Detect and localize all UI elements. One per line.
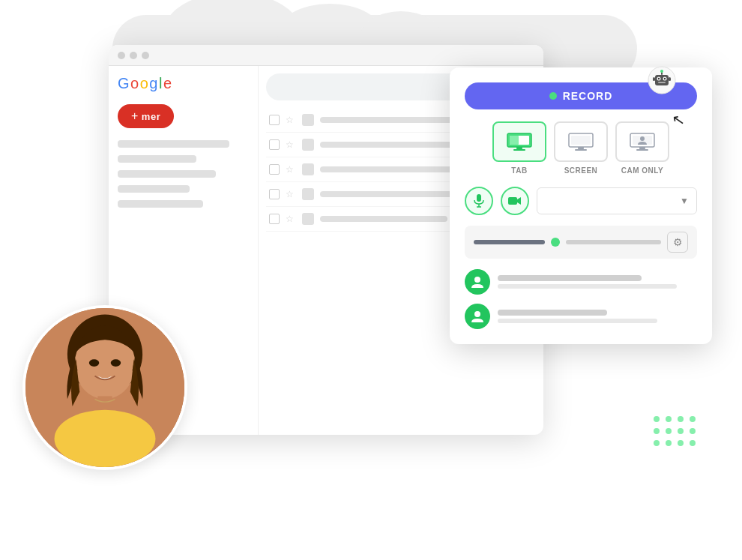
- camera-icon: [508, 196, 522, 206]
- dot-2: [666, 416, 672, 422]
- dot-8: [690, 428, 696, 434]
- google-logo: Google: [118, 75, 249, 92]
- email-star[interactable]: ☆: [286, 214, 296, 224]
- dot-6: [666, 428, 672, 434]
- svg-rect-7: [578, 147, 584, 149]
- svg-point-35: [111, 359, 121, 367]
- screen-label: SCREEN: [564, 166, 598, 175]
- svg-rect-29: [653, 77, 655, 81]
- tab-item-1[interactable]: [474, 240, 545, 244]
- tab-item-2[interactable]: [566, 240, 661, 244]
- email-icon: [302, 163, 314, 175]
- dot-3: [678, 416, 684, 422]
- dots-grid: [654, 416, 697, 448]
- email-checkbox[interactable]: [269, 214, 280, 224]
- email-star[interactable]: ☆: [286, 139, 296, 150]
- svg-rect-13: [636, 149, 648, 151]
- user-email-line-2: [498, 319, 657, 323]
- svg-point-25: [664, 78, 666, 79]
- user-info-2: [498, 310, 697, 323]
- dots-decoration: [654, 416, 697, 448]
- svg-rect-14: [477, 194, 481, 202]
- email-checkbox[interactable]: [269, 139, 280, 150]
- svg-point-18: [474, 277, 480, 283]
- browser-dot-2: [130, 52, 137, 59]
- svg-point-24: [658, 78, 660, 79]
- email-checkbox[interactable]: [269, 115, 280, 125]
- cam-only-icon: [629, 132, 656, 151]
- gear-button[interactable]: ⚙: [667, 232, 688, 253]
- svg-point-37: [55, 410, 156, 467]
- mode-cam-only[interactable]: CAM ONLY: [615, 121, 669, 175]
- google-g: G: [118, 75, 129, 92]
- cam-only-icon-box: [615, 121, 669, 162]
- cam-only-label: CAM ONLY: [621, 166, 663, 175]
- user-row-1: [465, 269, 697, 295]
- email-checkbox[interactable]: [269, 164, 280, 175]
- dot-1: [654, 416, 660, 422]
- user-list: [465, 269, 697, 329]
- mode-screen[interactable]: SCREEN: [554, 121, 608, 175]
- tab-label: TAB: [511, 166, 527, 175]
- av-controls: ▼: [465, 187, 697, 215]
- record-indicator: [549, 92, 557, 100]
- mode-options: TAB SCREEN: [465, 121, 697, 175]
- dot-12: [690, 440, 696, 446]
- email-icon: [302, 213, 314, 225]
- loom-robot-icon: [648, 66, 676, 97]
- email-icon: [302, 139, 314, 151]
- svg-point-34: [89, 359, 99, 367]
- microphone-button[interactable]: [465, 187, 493, 215]
- dot-5: [654, 428, 660, 434]
- svg-point-28: [660, 70, 663, 73]
- user-name-line-2: [498, 310, 607, 316]
- nav-item-3: [118, 170, 216, 178]
- microphone-icon: [473, 194, 485, 208]
- device-dropdown[interactable]: ▼: [537, 187, 697, 214]
- browser-dot-1: [118, 52, 125, 59]
- nav-item-5: [118, 200, 203, 208]
- nav-item-2: [118, 155, 196, 163]
- svg-rect-8: [575, 149, 587, 151]
- svg-point-19: [474, 311, 480, 317]
- email-icon: [302, 114, 314, 126]
- tab-dot: [551, 238, 560, 247]
- browser-titlebar: [109, 45, 543, 66]
- screen-icon: [567, 132, 594, 151]
- mode-tab[interactable]: TAB: [492, 121, 546, 175]
- nav-item-1: [118, 140, 229, 148]
- loom-logo: [648, 66, 676, 94]
- user-avatar-2: [465, 304, 490, 329]
- svg-rect-26: [658, 82, 666, 83]
- person-avatar: [22, 305, 187, 470]
- camera-button[interactable]: [501, 187, 529, 215]
- person-icon-2: [470, 309, 485, 324]
- svg-rect-30: [669, 77, 671, 81]
- svg-rect-17: [508, 197, 517, 205]
- user-info-1: [498, 275, 697, 289]
- compose-button[interactable]: + mer: [118, 104, 174, 128]
- person-icon-1: [470, 274, 485, 289]
- svg-rect-4: [510, 136, 519, 145]
- browser-dot-3: [142, 52, 149, 59]
- dot-4: [690, 416, 696, 422]
- user-email-line: [498, 284, 677, 289]
- email-star[interactable]: ☆: [286, 189, 296, 199]
- email-star[interactable]: ☆: [286, 115, 296, 125]
- svg-point-11: [640, 136, 645, 141]
- screen-icon-box: [554, 121, 608, 162]
- svg-rect-21: [655, 75, 669, 85]
- email-star[interactable]: ☆: [286, 164, 296, 175]
- nav-item-4: [118, 185, 190, 193]
- svg-rect-3: [513, 149, 525, 151]
- dot-10: [666, 440, 672, 446]
- email-icon: [302, 188, 314, 200]
- dot-7: [678, 428, 684, 434]
- person-silhouette: [25, 308, 184, 467]
- dot-11: [678, 440, 684, 446]
- tab-screen-icon: [506, 132, 533, 151]
- email-checkbox[interactable]: [269, 189, 280, 199]
- user-row-2: [465, 304, 697, 329]
- user-avatar-1: [465, 269, 490, 295]
- user-name-line: [498, 275, 642, 281]
